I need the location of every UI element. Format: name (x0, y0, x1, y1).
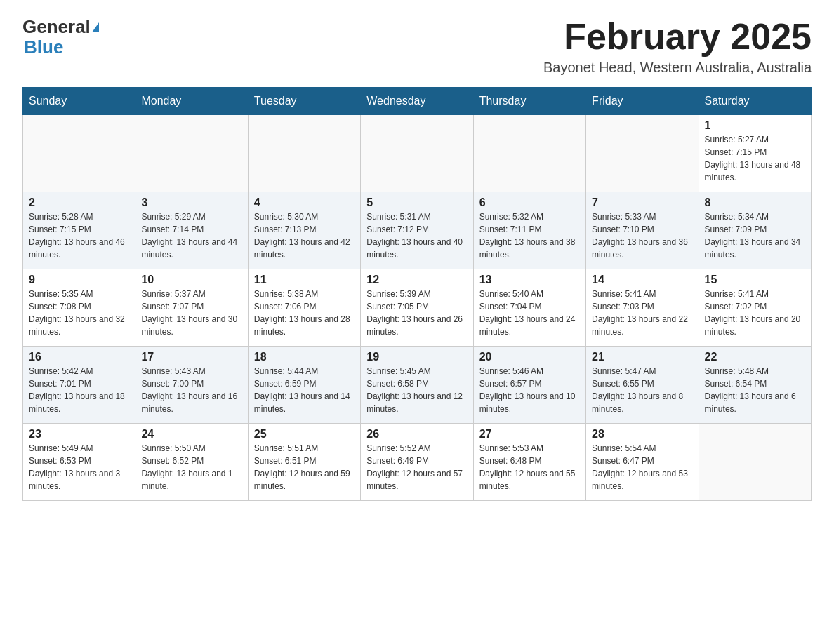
day-info: Sunrise: 5:53 AM Sunset: 6:48 PM Dayligh… (479, 442, 580, 492)
logo: General Blue (22, 17, 99, 56)
day-number: 17 (141, 351, 241, 363)
day-number: 12 (366, 274, 467, 286)
day-info: Sunrise: 5:52 AM Sunset: 6:49 PM Dayligh… (366, 442, 467, 492)
day-info: Sunrise: 5:29 AM Sunset: 7:14 PM Dayligh… (141, 210, 241, 261)
weekday-tuesday: Tuesday (248, 88, 360, 115)
day-info: Sunrise: 5:37 AM Sunset: 7:07 PM Dayligh… (141, 288, 241, 338)
calendar-cell: 21Sunrise: 5:47 AM Sunset: 6:55 PM Dayli… (586, 347, 699, 424)
calendar-cell (361, 115, 473, 192)
page-header: General Blue February 2025 Bayonet Head,… (22, 17, 812, 76)
day-number: 1 (705, 119, 805, 132)
calendar-cell: 22Sunrise: 5:48 AM Sunset: 6:54 PM Dayli… (699, 347, 811, 424)
weekday-saturday: Saturday (699, 88, 811, 115)
weekday-friday: Friday (586, 88, 699, 115)
calendar-cell (135, 115, 248, 192)
day-number: 26 (366, 428, 467, 441)
calendar-cell: 3Sunrise: 5:29 AM Sunset: 7:14 PM Daylig… (135, 192, 248, 269)
calendar-cell (248, 115, 360, 192)
calendar-cell: 19Sunrise: 5:45 AM Sunset: 6:58 PM Dayli… (361, 347, 473, 424)
day-number: 14 (592, 274, 692, 286)
logo-text: General (22, 17, 99, 38)
day-number: 28 (592, 428, 692, 441)
day-info: Sunrise: 5:30 AM Sunset: 7:13 PM Dayligh… (254, 210, 355, 261)
title-area: February 2025 Bayonet Head, Western Aust… (543, 17, 812, 76)
day-info: Sunrise: 5:31 AM Sunset: 7:12 PM Dayligh… (366, 210, 467, 261)
weekday-header-row: SundayMondayTuesdayWednesdayThursdayFrid… (23, 88, 812, 115)
calendar-cell: 26Sunrise: 5:52 AM Sunset: 6:49 PM Dayli… (361, 424, 473, 501)
calendar-cell: 13Sunrise: 5:40 AM Sunset: 7:04 PM Dayli… (473, 269, 585, 347)
day-info: Sunrise: 5:54 AM Sunset: 6:47 PM Dayligh… (592, 442, 692, 492)
day-info: Sunrise: 5:28 AM Sunset: 7:15 PM Dayligh… (29, 210, 129, 261)
calendar-cell: 11Sunrise: 5:38 AM Sunset: 7:06 PM Dayli… (248, 269, 360, 347)
day-number: 9 (29, 274, 129, 286)
calendar-cell: 12Sunrise: 5:39 AM Sunset: 7:05 PM Dayli… (361, 269, 473, 347)
calendar-table: SundayMondayTuesdayWednesdayThursdayFrid… (22, 87, 812, 501)
calendar-cell: 2Sunrise: 5:28 AM Sunset: 7:15 PM Daylig… (23, 192, 135, 269)
day-number: 5 (366, 196, 467, 209)
day-number: 3 (141, 196, 241, 209)
calendar-cell: 4Sunrise: 5:30 AM Sunset: 7:13 PM Daylig… (248, 192, 360, 269)
week-row: 9Sunrise: 5:35 AM Sunset: 7:08 PM Daylig… (23, 269, 812, 347)
weekday-monday: Monday (135, 88, 248, 115)
calendar-body: 1Sunrise: 5:27 AM Sunset: 7:15 PM Daylig… (23, 115, 812, 501)
day-number: 19 (366, 351, 467, 363)
day-info: Sunrise: 5:46 AM Sunset: 6:57 PM Dayligh… (479, 365, 580, 415)
day-info: Sunrise: 5:48 AM Sunset: 6:54 PM Dayligh… (705, 365, 805, 415)
day-number: 13 (479, 274, 580, 286)
day-number: 4 (254, 196, 355, 209)
day-number: 2 (29, 196, 129, 209)
day-info: Sunrise: 5:41 AM Sunset: 7:03 PM Dayligh… (592, 288, 692, 338)
day-info: Sunrise: 5:50 AM Sunset: 6:52 PM Dayligh… (141, 442, 241, 492)
calendar-cell (586, 115, 699, 192)
day-number: 27 (479, 428, 580, 441)
day-info: Sunrise: 5:35 AM Sunset: 7:08 PM Dayligh… (29, 288, 129, 338)
day-number: 18 (254, 351, 355, 363)
day-info: Sunrise: 5:39 AM Sunset: 7:05 PM Dayligh… (366, 288, 467, 338)
week-row: 23Sunrise: 5:49 AM Sunset: 6:53 PM Dayli… (23, 424, 812, 501)
day-number: 25 (254, 428, 355, 441)
day-info: Sunrise: 5:32 AM Sunset: 7:11 PM Dayligh… (479, 210, 580, 261)
day-number: 11 (254, 274, 355, 286)
calendar-cell: 18Sunrise: 5:44 AM Sunset: 6:59 PM Dayli… (248, 347, 360, 424)
calendar-cell: 27Sunrise: 5:53 AM Sunset: 6:48 PM Dayli… (473, 424, 585, 501)
day-number: 10 (141, 274, 241, 286)
week-row: 2Sunrise: 5:28 AM Sunset: 7:15 PM Daylig… (23, 192, 812, 269)
calendar-cell: 15Sunrise: 5:41 AM Sunset: 7:02 PM Dayli… (699, 269, 811, 347)
calendar-cell (699, 424, 811, 501)
calendar-cell: 16Sunrise: 5:42 AM Sunset: 7:01 PM Dayli… (23, 347, 135, 424)
day-number: 16 (29, 351, 129, 363)
day-number: 22 (705, 351, 805, 363)
calendar-cell: 7Sunrise: 5:33 AM Sunset: 7:10 PM Daylig… (586, 192, 699, 269)
day-info: Sunrise: 5:43 AM Sunset: 7:00 PM Dayligh… (141, 365, 241, 415)
day-info: Sunrise: 5:41 AM Sunset: 7:02 PM Dayligh… (705, 288, 805, 338)
day-number: 15 (705, 274, 805, 286)
day-number: 21 (592, 351, 692, 363)
day-number: 20 (479, 351, 580, 363)
calendar-cell: 14Sunrise: 5:41 AM Sunset: 7:03 PM Dayli… (586, 269, 699, 347)
day-info: Sunrise: 5:27 AM Sunset: 7:15 PM Dayligh… (705, 133, 805, 184)
day-info: Sunrise: 5:33 AM Sunset: 7:10 PM Dayligh… (592, 210, 692, 261)
calendar-header: SundayMondayTuesdayWednesdayThursdayFrid… (23, 88, 812, 115)
calendar-cell: 20Sunrise: 5:46 AM Sunset: 6:57 PM Dayli… (473, 347, 585, 424)
day-info: Sunrise: 5:42 AM Sunset: 7:01 PM Dayligh… (29, 365, 129, 415)
weekday-wednesday: Wednesday (361, 88, 473, 115)
day-number: 7 (592, 196, 692, 209)
calendar-cell: 10Sunrise: 5:37 AM Sunset: 7:07 PM Dayli… (135, 269, 248, 347)
day-number: 23 (29, 428, 129, 441)
calendar-cell: 17Sunrise: 5:43 AM Sunset: 7:00 PM Dayli… (135, 347, 248, 424)
weekday-thursday: Thursday (473, 88, 585, 115)
calendar-cell: 6Sunrise: 5:32 AM Sunset: 7:11 PM Daylig… (473, 192, 585, 269)
location-subtitle: Bayonet Head, Western Australia, Austral… (543, 60, 812, 76)
calendar-cell: 9Sunrise: 5:35 AM Sunset: 7:08 PM Daylig… (23, 269, 135, 347)
calendar-cell: 28Sunrise: 5:54 AM Sunset: 6:47 PM Dayli… (586, 424, 699, 501)
calendar-cell: 1Sunrise: 5:27 AM Sunset: 7:15 PM Daylig… (699, 115, 811, 192)
calendar-cell (473, 115, 585, 192)
day-info: Sunrise: 5:38 AM Sunset: 7:06 PM Dayligh… (254, 288, 355, 338)
calendar-cell: 5Sunrise: 5:31 AM Sunset: 7:12 PM Daylig… (361, 192, 473, 269)
calendar-cell (23, 115, 135, 192)
week-row: 1Sunrise: 5:27 AM Sunset: 7:15 PM Daylig… (23, 115, 812, 192)
day-info: Sunrise: 5:34 AM Sunset: 7:09 PM Dayligh… (705, 210, 805, 261)
day-info: Sunrise: 5:44 AM Sunset: 6:59 PM Dayligh… (254, 365, 355, 415)
weekday-sunday: Sunday (23, 88, 135, 115)
calendar-cell: 24Sunrise: 5:50 AM Sunset: 6:52 PM Dayli… (135, 424, 248, 501)
